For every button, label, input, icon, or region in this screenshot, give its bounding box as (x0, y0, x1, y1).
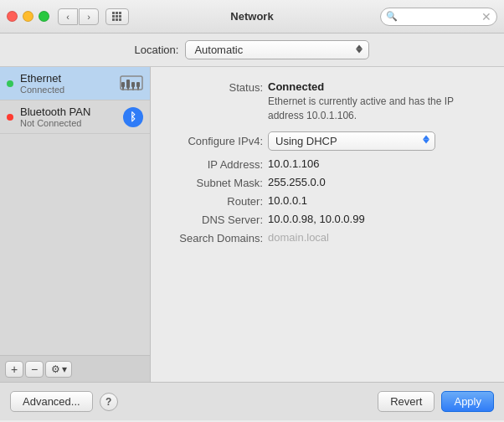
gear-button[interactable]: ⚙ ▾ (45, 361, 72, 378)
ethernet-info: Ethernet Connected (20, 72, 116, 95)
subnet-value: 255.255.0.0 (268, 176, 326, 188)
configure-label: Configure IPv4: (167, 134, 268, 147)
location-select[interactable]: Automatic (185, 40, 369, 59)
svg-rect-9 (121, 82, 125, 87)
configure-ipv4-row: Configure IPv4: Using DHCP (167, 131, 487, 151)
search-input[interactable] (400, 11, 481, 23)
svg-rect-8 (119, 18, 121, 21)
subnet-mask-row: Subnet Mask: 255.255.0.0 (167, 176, 487, 189)
dns-row: DNS Server: 10.0.0.98, 10.0.0.99 (167, 213, 487, 226)
bluetooth-icon-circle: ᛒ (123, 107, 143, 127)
clear-search-icon[interactable]: ✕ (481, 11, 491, 23)
bottom-left: Advanced... ? (10, 391, 118, 412)
gear-icon: ⚙ (51, 363, 60, 375)
gear-chevron-icon: ▾ (62, 363, 67, 375)
ip-label: IP Address: (167, 157, 268, 171)
location-label: Location: (135, 44, 179, 56)
router-label: Router: (167, 194, 268, 208)
sidebar-item-bluetooth[interactable]: Bluetooth PAN Not Connected ᛒ (0, 100, 150, 134)
svg-rect-4 (116, 15, 118, 18)
configure-select-wrapper: Using DHCP (268, 131, 435, 151)
router-value: 10.0.0.1 (268, 194, 307, 207)
help-button[interactable]: ? (100, 393, 118, 411)
svg-rect-10 (126, 80, 130, 88)
ethernet-name: Ethernet (20, 72, 116, 85)
status-label: Status: (167, 80, 268, 94)
dns-value: 10.0.0.98, 10.0.0.99 (268, 213, 365, 225)
traffic-lights (7, 11, 49, 22)
maximize-button[interactable] (39, 11, 49, 22)
location-bar: Location: Automatic (0, 33, 504, 67)
window-title: Network (230, 10, 273, 23)
svg-rect-0 (112, 12, 115, 14)
content-panel: Status: Connected Ethernet is currently … (151, 67, 504, 382)
bluetooth-icon: ᛒ (123, 107, 143, 127)
search-icon: 🔍 (386, 11, 398, 22)
svg-rect-7 (116, 18, 118, 21)
bluetooth-status: Not Connected (20, 118, 120, 128)
bluetooth-status-dot (7, 114, 13, 121)
svg-rect-11 (131, 82, 135, 87)
forward-button[interactable]: › (79, 8, 99, 25)
configure-ipv4-select[interactable]: Using DHCP (268, 131, 435, 151)
search-domains-label: Search Domains: (167, 231, 268, 244)
search-domains-row: Search Domains: domain.local (167, 231, 487, 244)
titlebar: ‹ › Network 🔍 ✕ (0, 0, 504, 33)
add-network-button[interactable]: + (5, 361, 23, 378)
ip-value: 10.0.1.106 (268, 157, 319, 170)
spacer (167, 250, 487, 368)
sidebar-toolbar: + − ⚙ ▾ (0, 355, 150, 382)
bluetooth-name: Bluetooth PAN (20, 106, 120, 118)
sidebar-list: Ethernet Connected (0, 67, 150, 355)
bottom-bar: Advanced... ? Revert Apply (0, 382, 504, 420)
svg-rect-12 (136, 82, 140, 87)
back-button[interactable]: ‹ (58, 8, 78, 25)
ip-address-row: IP Address: 10.0.1.106 (167, 157, 487, 171)
subnet-label: Subnet Mask: (167, 176, 268, 189)
status-section: Status: Connected Ethernet is currently … (167, 80, 487, 123)
svg-rect-1 (116, 12, 118, 14)
dns-label: DNS Server: (167, 213, 268, 226)
grid-button[interactable] (105, 8, 129, 25)
search-box[interactable]: 🔍 ✕ (380, 8, 497, 26)
ethernet-icon (120, 75, 143, 93)
search-domains-value: domain.local (268, 231, 329, 244)
remove-network-button[interactable]: − (25, 361, 44, 378)
location-select-wrapper: Automatic (185, 40, 369, 59)
apply-button[interactable]: Apply (441, 391, 494, 412)
close-button[interactable] (7, 11, 18, 22)
status-value: Connected (268, 80, 487, 93)
advanced-button[interactable]: Advanced... (10, 391, 93, 412)
status-description: Ethernet is currently active and has the… (268, 95, 487, 123)
minimize-button[interactable] (23, 11, 33, 22)
status-value-block: Connected Ethernet is currently active a… (268, 80, 487, 123)
nav-buttons: ‹ › (58, 8, 99, 25)
ethernet-status: Connected (20, 85, 116, 95)
sidebar: Ethernet Connected (0, 67, 151, 382)
bluetooth-info: Bluetooth PAN Not Connected (20, 106, 120, 128)
svg-rect-5 (119, 15, 121, 18)
ethernet-status-dot (7, 80, 13, 87)
svg-rect-2 (119, 12, 121, 14)
svg-rect-3 (112, 15, 115, 18)
router-row: Router: 10.0.0.1 (167, 194, 487, 208)
revert-button[interactable]: Revert (378, 391, 435, 412)
bottom-right: Revert Apply (378, 391, 494, 412)
grid-icon (111, 11, 123, 23)
svg-rect-6 (112, 18, 115, 21)
main-area: Ethernet Connected (0, 67, 504, 382)
sidebar-item-ethernet[interactable]: Ethernet Connected (0, 67, 150, 100)
